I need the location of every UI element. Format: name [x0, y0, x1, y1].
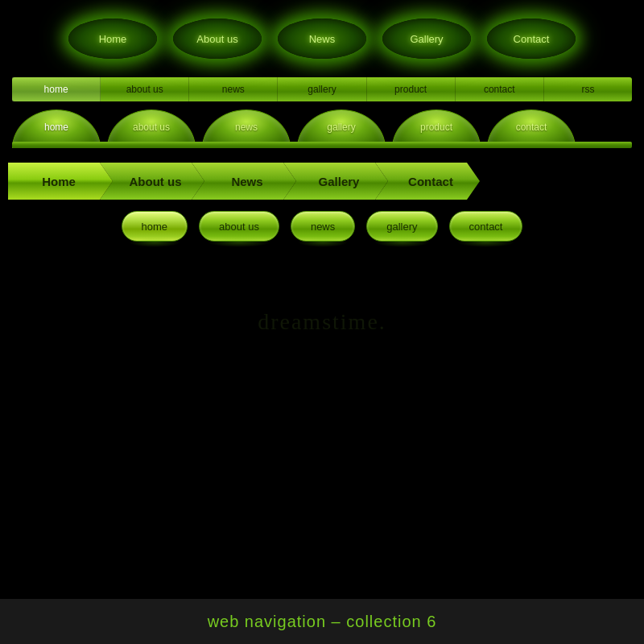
oval-label: News: [309, 33, 336, 45]
arrow-body: Home: [8, 163, 113, 200]
pill-nav-item-3[interactable]: gallery: [366, 211, 437, 242]
arrow-nav-item-2[interactable]: News: [192, 163, 296, 200]
arrow-nav-item-4[interactable]: Contact: [375, 163, 480, 200]
oval-nav-item-4[interactable]: Contact: [483, 14, 580, 63]
arrow-nav-section: HomeAbout usNewsGalleryContact: [8, 163, 636, 200]
dome-label: home: [44, 122, 68, 133]
green-bar-item-1[interactable]: about us: [101, 77, 189, 101]
pill-label: about us: [219, 221, 259, 233]
green-bar-item-6[interactable]: rss: [544, 77, 632, 101]
pill-label: news: [311, 221, 335, 233]
dome-bar: [12, 142, 632, 148]
pill-label: gallery: [386, 221, 417, 233]
watermark: dreamstime.: [258, 309, 386, 335]
green-bar-item-2[interactable]: news: [189, 77, 278, 101]
arrow-label: News: [231, 175, 262, 188]
dome-label: news: [235, 122, 258, 133]
green-bar-item-0[interactable]: home: [12, 77, 101, 101]
arrow-nav-item-0[interactable]: Home: [8, 163, 113, 200]
footer: web navigation – collection 6: [0, 599, 644, 644]
dome-nav-section: homeabout usnewsgalleryproductcontact: [12, 109, 632, 148]
oval-label: Contact: [514, 33, 550, 45]
green-bar-item-5[interactable]: contact: [456, 77, 544, 101]
arrow-body: Contact: [375, 163, 480, 200]
arrow-nav-item-3[interactable]: Gallery: [283, 163, 388, 200]
oval-nav-item-0[interactable]: Home: [64, 14, 161, 63]
dome-label: about us: [133, 122, 170, 133]
arrow-label: Home: [42, 175, 76, 188]
arrow-body: News: [192, 163, 296, 200]
arrow-label: About us: [130, 175, 182, 188]
oval-nav-item-3[interactable]: Gallery: [378, 14, 475, 63]
pill-nav-section: homeabout usnewsgallerycontact: [12, 211, 632, 242]
dome-label: product: [420, 122, 452, 133]
pill-nav-item-2[interactable]: news: [291, 211, 355, 242]
oval-label: About us: [196, 33, 237, 45]
pill-nav: homeabout usnewsgallerycontact: [12, 211, 632, 242]
dome-label: contact: [516, 122, 547, 133]
arrow-label: Gallery: [319, 175, 360, 188]
green-bar-nav: homeabout usnewsgalleryproductcontactrss: [12, 77, 632, 101]
pill-label: home: [142, 221, 168, 233]
arrow-label: Contact: [408, 175, 453, 188]
pill-label: contact: [469, 221, 503, 233]
green-bar-section: homeabout usnewsgalleryproductcontactrss: [12, 77, 632, 101]
footer-text: web navigation – collection 6: [208, 613, 437, 631]
green-bar-item-4[interactable]: product: [367, 77, 456, 101]
arrow-body: Gallery: [283, 163, 388, 200]
oval-nav-item-1[interactable]: About us: [169, 14, 266, 63]
pill-nav-item-4[interactable]: contact: [449, 211, 523, 242]
oval-nav-item-2[interactable]: News: [274, 14, 370, 63]
pill-nav-item-0[interactable]: home: [122, 211, 188, 242]
arrow-body: About us: [100, 163, 204, 200]
arrow-nav-item-1[interactable]: About us: [100, 163, 204, 200]
oval-label: Home: [99, 33, 127, 45]
oval-nav-section: HomeAbout usNewsGalleryContact: [0, 0, 644, 71]
oval-label: Gallery: [410, 33, 443, 45]
dome-label: gallery: [327, 122, 355, 133]
pill-nav-item-1[interactable]: about us: [199, 211, 279, 242]
green-bar-item-3[interactable]: gallery: [278, 77, 366, 101]
